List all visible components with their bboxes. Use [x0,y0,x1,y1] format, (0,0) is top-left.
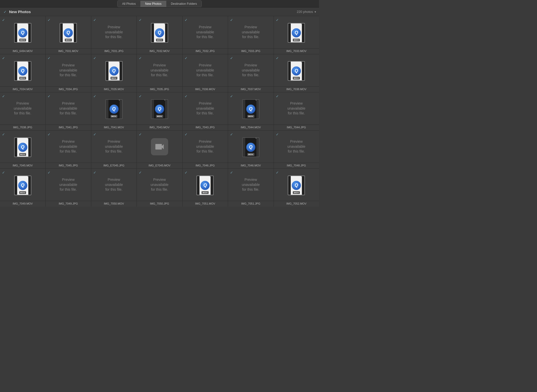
cell-checkbox[interactable] [47,18,51,22]
cell-checkbox[interactable] [2,170,6,175]
photo-cell[interactable]: MOVIMG_7051.MOV [183,169,228,207]
photo-cell[interactable]: Preview unavailable for this file.IMG_70… [183,16,228,54]
photo-cell[interactable]: Preview unavailable for this file.IMG_70… [274,131,319,168]
photo-cell[interactable]: Preview unavailable for this file.IMG_70… [46,131,91,168]
photo-cell[interactable]: MOVIMG_7038.MOV [274,54,319,92]
cell-checkbox[interactable] [275,18,279,22]
section-header: New Photos 220 photos ▾ [0,8,319,16]
section-checkbox[interactable] [3,10,7,14]
photo-cell[interactable]: MOVIMG_7041.MOV [91,92,137,130]
photo-cell[interactable]: MOVIMG_7034.MOV [0,54,45,92]
preview-unavailable-text: Preview unavailable for this file. [194,22,217,42]
cell-checkbox[interactable] [230,94,234,99]
photo-cell[interactable]: MOVIMG_7043.MOV [137,92,182,130]
preview-unavailable-text: Preview unavailable for this file. [57,99,80,118]
cell-content: Preview unavailable for this file. [91,16,137,48]
cell-checkbox[interactable] [230,170,234,175]
cell-content: MOV [274,54,319,86]
mov-file-icon: MOV [150,98,169,119]
cell-checkbox[interactable] [47,94,51,99]
cell-checkbox[interactable] [93,132,97,137]
video-camera-icon [151,138,168,155]
cell-checkbox[interactable] [184,170,188,175]
cell-checkbox[interactable] [47,170,51,175]
photo-cell[interactable]: Preview unavailable for this file.IMG_70… [91,16,137,54]
cell-filename: IMG_7036.MOV [183,86,228,92]
photo-cell[interactable]: Preview unavailable for this file.IMG_70… [183,54,228,92]
photo-cell[interactable]: Preview unavailable for this file.IMG_70… [46,169,91,207]
cell-content: Preview unavailable for this file. [228,169,273,201]
photo-cell[interactable]: MOVIMG_7031.MOV [46,16,91,54]
tab-all-photos[interactable]: All Photos [118,1,141,7]
photo-cell[interactable]: MOVIMG_7035.MOV [91,54,137,92]
cell-content: MOV [274,169,319,201]
cell-checkbox[interactable] [184,56,188,60]
cell-filename: IMG_7046.JPG [183,163,228,168]
cell-filename: IMG_7032.MOV [137,48,182,54]
photo-cell[interactable]: Preview unavailable for this file.IMG_70… [46,92,91,130]
photo-cell[interactable]: IMG_E7045.MOV [137,131,182,168]
cell-checkbox[interactable] [184,94,188,99]
photo-cell[interactable]: MOVIMG_7044.MOV [228,92,273,130]
cell-checkbox[interactable] [138,170,142,175]
cell-checkbox[interactable] [2,132,6,137]
tab-destination-folders[interactable]: Destination Folders [166,1,202,7]
photo-cell[interactable]: MOVIMG_7045.MOV [0,131,45,168]
cell-checkbox[interactable] [138,56,142,60]
photo-cell[interactable]: Preview unavailable for this file.IMG_70… [137,169,182,207]
mov-file-icon: MOV [287,22,305,43]
photo-cell[interactable]: MOVIMG_7033.MOV [274,16,319,54]
photo-cell[interactable]: Preview unavailable for this file.IMG_70… [228,16,273,54]
cell-content: MOV [228,92,273,125]
photo-cell[interactable]: Preview unavailable for this file.IMG_70… [137,54,182,92]
cell-content: MOV [0,54,45,86]
preview-unavailable-text: Preview unavailable for this file. [239,175,262,195]
cell-checkbox[interactable] [93,56,97,60]
photo-cell[interactable]: Preview unavailable for this file.IMG_70… [228,54,273,92]
photo-cell[interactable]: Preview unavailable for this file.IMG_70… [46,54,91,92]
photo-cell[interactable]: MOVIMG_7046.MOV [228,131,273,168]
photo-cell[interactable]: MOVIMG_6494.MOV [0,16,45,54]
cell-checkbox[interactable] [47,56,51,60]
cell-checkbox[interactable] [275,170,279,175]
photo-cell[interactable]: Preview unavailable for this file.IMG_70… [91,169,137,207]
cell-checkbox[interactable] [275,94,279,99]
mov-file-icon: MOV [59,22,77,43]
cell-checkbox[interactable] [2,94,6,99]
photo-cell[interactable]: Preview unavailable for this file.IMG_70… [183,131,228,168]
preview-unavailable-text: Preview unavailable for this file. [148,60,171,80]
section-title: New Photos [9,10,31,14]
cell-content: Preview unavailable for this file. [46,92,91,125]
cell-checkbox[interactable] [47,132,51,137]
photo-cell[interactable]: Preview unavailable for this file.IMG_E7… [91,131,137,168]
photo-cell[interactable]: Preview unavailable for this file.IMG_70… [183,92,228,130]
cell-checkbox[interactable] [138,94,142,99]
cell-checkbox[interactable] [93,18,97,22]
cell-filename: IMG_7049.MOV [0,201,45,207]
tab-new-photos[interactable]: New Photos [141,1,166,7]
cell-checkbox[interactable] [230,56,234,60]
cell-checkbox[interactable] [230,18,234,22]
cell-checkbox[interactable] [230,132,234,137]
cell-checkbox[interactable] [275,56,279,60]
section-count: 220 photos [297,10,313,14]
cell-checkbox[interactable] [2,56,6,60]
photo-cell[interactable]: Preview unavailable for this file.IMG_70… [274,92,319,130]
photo-cell[interactable]: Preview unavailable for this file.IMG_70… [0,92,45,130]
cell-checkbox[interactable] [184,18,188,22]
photo-cell[interactable]: MOVIMG_7049.MOV [0,169,45,207]
cell-checkbox[interactable] [93,170,97,175]
photo-cell[interactable]: Preview unavailable for this file.IMG_70… [228,169,273,207]
cell-checkbox[interactable] [138,18,142,22]
cell-checkbox[interactable] [275,132,279,137]
photo-cell[interactable]: MOVIMG_7032.MOV [137,16,182,54]
cell-checkbox[interactable] [93,94,97,99]
cell-content: Preview unavailable for this file. [228,54,273,86]
cell-checkbox[interactable] [2,18,6,22]
photo-cell[interactable]: MOVIMG_7052.MOV [274,169,319,207]
cell-checkbox[interactable] [138,132,142,137]
cell-filename: IMG_7041.JPG [46,125,91,130]
cell-filename: IMG_7045.MOV [0,163,45,168]
cell-checkbox[interactable] [184,132,188,137]
preview-unavailable-text: Preview unavailable for this file. [11,99,34,118]
